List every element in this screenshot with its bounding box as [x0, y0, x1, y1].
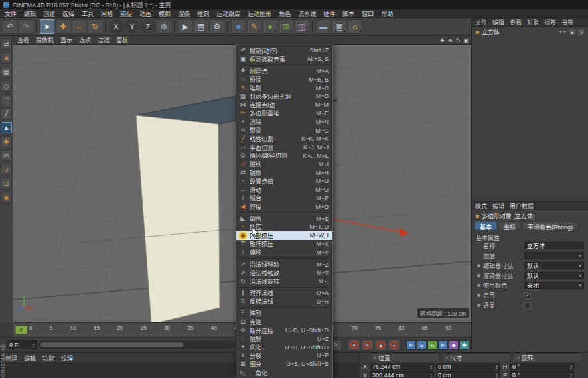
viewport-menu-item[interactable]: 过滤	[98, 36, 110, 44]
render-settings-button[interactable]: ⚙	[210, 19, 224, 34]
phong-tag[interactable]: ◑	[577, 29, 585, 36]
context-menu-item[interactable]: ◎ 循环/路径切割 K~L, M~L	[236, 152, 332, 160]
rotation-field[interactable]: 0 °▴▾	[510, 363, 574, 370]
context-menu-item[interactable]: ▦ 封闭多边形孔洞 M~D	[236, 92, 332, 101]
workplane-snap-button[interactable]: ⊔	[1, 178, 12, 189]
context-menu-item[interactable]: ∪ 磁铁 M~I	[236, 160, 332, 168]
scrollbar-handle[interactable]	[40, 342, 183, 347]
context-menu-item[interactable]: ◉ 内部挤压 M~W, I	[236, 231, 332, 240]
context-menu-item[interactable]: ⇈ 矩阵挤压 M~X	[236, 240, 332, 249]
move-tool[interactable]: ✚	[56, 19, 70, 34]
context-menu-item[interactable]: ↕ 偏移 M~Y	[236, 248, 332, 257]
render-view-button[interactable]: ▶	[178, 19, 192, 34]
snap-mode-button[interactable]: ∪	[1, 164, 12, 175]
z-axis-lock[interactable]: Z	[141, 19, 155, 34]
attribute-dropdown[interactable]: 默认▾	[524, 262, 584, 269]
material-menu-item[interactable]: 编辑	[24, 354, 36, 363]
x-axis-lock[interactable]: X	[109, 19, 123, 34]
instance-tools-button[interactable]: ⊞	[279, 19, 293, 34]
texture-mode-button[interactable]: ▦	[1, 66, 12, 78]
attribute-checkbox[interactable]: ✓	[524, 292, 531, 299]
context-menu-item[interactable]: ⇗ 沿法线缩放 M~#	[236, 269, 332, 277]
camera-zoom-icon[interactable]: ⊕	[448, 38, 453, 44]
spinner-icon[interactable]: ▴▾	[496, 373, 498, 378]
cube-front-face[interactable]	[136, 115, 220, 322]
menu-item[interactable]: 网格	[101, 9, 113, 18]
menu-item[interactable]: 插件	[323, 9, 335, 18]
context-menu-item[interactable]: ✦ 优化... U~O, U~Shift+O	[236, 343, 332, 351]
context-menu-item[interactable]: ↻ 沿法线旋转 M~,	[236, 277, 332, 286]
toggle-record-scale[interactable]: S	[417, 340, 427, 350]
context-menu-item[interactable]: ⇄ 镜像 M~H	[236, 168, 332, 177]
menu-item[interactable]: 文件	[5, 9, 17, 18]
context-menu-item[interactable]: ⋔ 分裂 U~P	[236, 351, 332, 360]
viewport-menu-item[interactable]: 选项	[79, 36, 91, 44]
make-editable-button[interactable]: ⇄	[1, 38, 12, 50]
visibility-dots[interactable]	[559, 31, 566, 33]
toggle-record-pla[interactable]: ◆	[449, 340, 459, 350]
size-field[interactable]: 0 cm▴▾	[436, 371, 500, 378]
lock-axis-button[interactable]: ◈	[1, 192, 12, 203]
context-menu-item[interactable]: ↶ 撤销(动作) Shift+Z	[236, 46, 332, 55]
environment-tools-button[interactable]: ▬	[316, 19, 331, 34]
coordinate-column-header[interactable]: ≡旋转	[514, 353, 583, 361]
toggle-record-extra[interactable]: ✚	[459, 340, 469, 350]
context-menu-item[interactable]: ⊘ 断开连接 U~D, U~Shift+D	[236, 326, 332, 335]
viewport-menu-item[interactable]: 摄像机	[36, 36, 54, 44]
context-menu-item[interactable]: ⊞ 细分 U~S, U~Shift+S	[236, 360, 332, 369]
context-menu-item[interactable]: ↗ 沿法线移动 M~Z	[236, 260, 332, 269]
context-menu-item[interactable]: ∥ 对齐法线 U~A	[236, 289, 332, 298]
attribute-manager-menu-item[interactable]: 编辑	[492, 202, 504, 210]
toggle-record-parameter[interactable]: P	[438, 340, 448, 350]
autokey-button[interactable]: A	[361, 339, 374, 351]
menu-item[interactable]: 创建	[43, 9, 55, 18]
coordinate-system-button[interactable]: ⊕	[157, 19, 171, 34]
viewport-menu-item[interactable]: 面板	[116, 36, 128, 44]
viewport-menu-item[interactable]: 查看	[17, 36, 29, 44]
coordinate-column-header[interactable]: ≡位置	[370, 353, 439, 361]
model-mode-button[interactable]: ■	[1, 52, 12, 64]
context-menu-item[interactable]: ▣ 框显选取元素 Alt+S, S	[236, 55, 332, 64]
object-manager-menu-item[interactable]: 对象	[527, 18, 539, 27]
context-menu-item[interactable]: ◀ 焊接 M~Q	[236, 202, 332, 211]
spline-pen-button[interactable]: ✎	[247, 19, 261, 34]
workplane-mode-button[interactable]: ◇	[1, 80, 12, 92]
context-menu-item[interactable]: ⊡ 克隆	[236, 318, 332, 326]
context-menu-item[interactable]: ◺ 三角化	[236, 369, 332, 377]
viewport-toggle-icon[interactable]: ▣	[463, 38, 469, 44]
attribute-manager-menu-item[interactable]: 用户数据	[510, 202, 534, 210]
context-menu-item[interactable]: ✏ 多边形画笔 M~E	[236, 109, 332, 118]
deformer-tools-button[interactable]: ◫	[295, 19, 309, 34]
attribute-manager-menu-item[interactable]: 模式	[475, 202, 487, 210]
spinner-icon[interactable]: ▴▾	[496, 364, 498, 369]
points-mode-button[interactable]: ∷	[1, 94, 12, 105]
context-menu-item[interactable]: ∩ 桥接 M~B, B	[236, 75, 332, 84]
render-picture-viewer-button[interactable]: ▤	[194, 19, 208, 34]
spinner-icon[interactable]: ▴▾	[570, 364, 572, 369]
object-manager-menu-item[interactable]: 书签	[561, 18, 573, 27]
context-menu-item[interactable]: ⋈ 连接点/边 M~M	[236, 101, 332, 109]
menu-item[interactable]: 帮助	[381, 9, 393, 18]
attribute-text-input[interactable]: 立方体	[524, 242, 584, 249]
menu-item[interactable]: 运动图形	[248, 9, 271, 18]
menu-item[interactable]: 编辑	[24, 9, 36, 18]
menu-item[interactable]: 模拟	[159, 9, 171, 18]
undo-button[interactable]: ↶	[3, 19, 17, 34]
menu-item[interactable]: 动画	[139, 9, 151, 18]
polygons-mode-button[interactable]: ▲	[1, 122, 12, 133]
spinner-icon[interactable]: ▴▾	[430, 373, 432, 378]
toggle-record-rotation[interactable]: R	[427, 340, 437, 350]
menu-item[interactable]: 捕捉	[120, 9, 132, 18]
redo-button[interactable]: ↷	[19, 19, 33, 34]
context-menu-item[interactable]: ╱ 线性切割 K~K, M~K	[236, 135, 332, 143]
attribute-dropdown[interactable]: ▾	[524, 252, 584, 259]
object-manager-menu-item[interactable]: 查看	[510, 18, 522, 27]
context-menu-item[interactable]: ⠿ 阵列	[236, 309, 332, 318]
keyframe-selection-button[interactable]: ◆	[374, 339, 387, 351]
menu-item[interactable]: 窗口	[362, 9, 374, 18]
camera-rotate-icon[interactable]: ↻	[456, 38, 461, 44]
menu-item[interactable]: 流水线	[298, 9, 316, 18]
context-menu-item[interactable]: ◣ 倒角 M~S	[236, 214, 332, 223]
coordinate-column-header[interactable]: ≡尺寸	[442, 353, 511, 361]
attribute-tab[interactable]: 基本	[475, 221, 497, 230]
